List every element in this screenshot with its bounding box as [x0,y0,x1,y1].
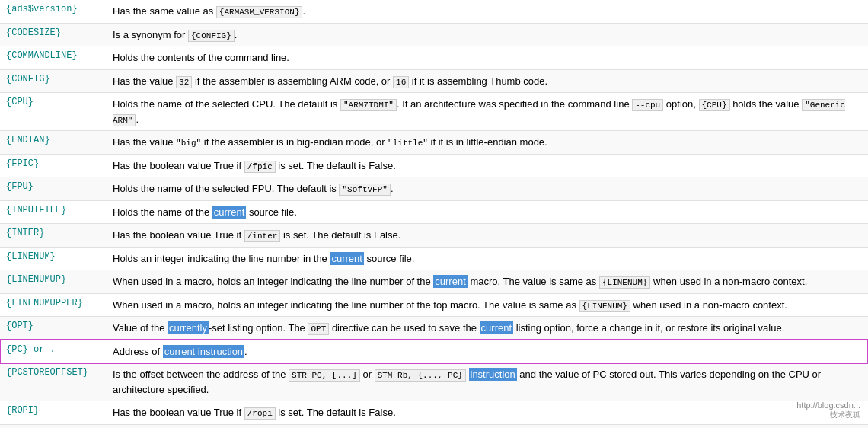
desc-cell-pc: Address of current instruction. [107,340,868,363]
desc-cell-inputfile: Holds the name of the current source fil… [107,200,868,224]
key-cell-linenumup: {LINENUMUP} [0,270,107,294]
reference-table: {ads$version}Has the same value as {ARMA… [0,0,868,428]
main-content: {ads$version}Has the same value as {ARMA… [0,0,868,428]
desc-cell-ads-version: Has the same value as {ARMASM_VERSION}. [107,0,868,23]
desc-cell-opt: Value of the currently-set listing optio… [107,317,868,340]
key-cell-fpic: {FPIC} [0,154,107,177]
key-cell-fpu: {FPU} [0,177,107,201]
desc-cell-rwpi: Has the boolean value True if /rwpi is s… [107,424,868,428]
key-cell-pc: {PC} or . [0,340,107,363]
desc-cell-linenumup: When used in a macro, holds an integer i… [107,270,868,294]
key-cell-endian: {ENDIAN} [0,131,107,155]
desc-cell-linenum: Holds an integer indicating the line num… [107,247,868,270]
desc-cell-commandline: Holds the contents of the command line. [107,46,868,70]
key-cell-linenumupper: {LINENUMUPPER} [0,293,107,317]
key-cell-commandline: {COMMANDLINE} [0,46,107,70]
key-cell-ads-version: {ads$version} [0,0,107,23]
key-cell-cpu: {CPU} [0,93,107,131]
desc-cell-config: Has the value 32 if the assembler is ass… [107,69,868,93]
desc-cell-fpic: Has the boolean value True if /fpic is s… [107,154,868,177]
desc-cell-pcstoreoffset: Is the offset between the address of the… [107,363,868,401]
key-cell-inter: {INTER} [0,224,107,248]
key-cell-config: {CONFIG} [0,69,107,93]
desc-cell-cpu: Holds the name of the selected CPU. The … [107,93,868,131]
desc-cell-fpu: Holds the name of the selected FPU. The … [107,177,868,201]
desc-cell-inter: Has the boolean value True if /inter is … [107,224,868,248]
desc-cell-codesize: Is a synonym for {CONFIG}. [107,23,868,46]
desc-cell-endian: Has the value "big" if the assembler is … [107,131,868,155]
key-cell-rwpi: {RWPI} [0,424,107,428]
key-cell-pcstoreoffset: {PCSTOREOFFSET} [0,363,107,401]
key-cell-linenum: {LINENUM} [0,247,107,270]
key-cell-ropi: {ROPI} [0,401,107,425]
key-cell-opt: {OPT} [0,317,107,340]
key-cell-inputfile: {INPUTFILE} [0,200,107,224]
desc-cell-linenumupper: When used in a macro, holds an integer i… [107,293,868,317]
desc-cell-ropi: Has the boolean value True if /ropi is s… [107,401,868,425]
key-cell-codesize: {CODESIZE} [0,23,107,46]
watermark: http://blog.csdn... 技术夜狐 [796,401,860,420]
